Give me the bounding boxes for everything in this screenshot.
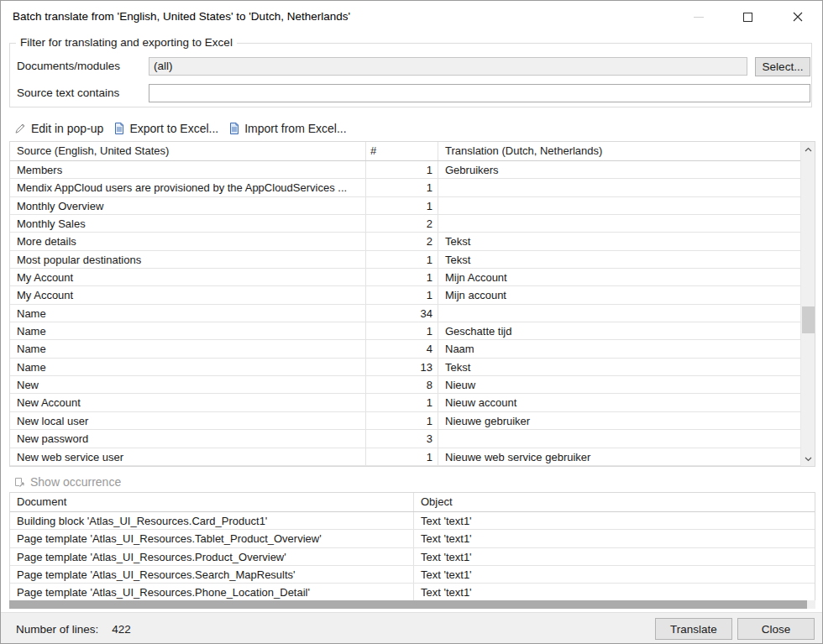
translation-row[interactable]: My Account 1 Mijn Account (10, 269, 800, 286)
source-cell: More details (10, 233, 365, 249)
document-cell: Page template 'Atlas_UI_Resources.Produc… (10, 548, 413, 565)
source-text-input[interactable] (149, 84, 810, 102)
scroll-up-button[interactable] (801, 142, 815, 156)
occurrence-row[interactable]: Page template 'Atlas_UI_Resources.Produc… (10, 548, 815, 566)
translation-row[interactable]: New local user 1 Nieuwe gebruiker (10, 412, 800, 430)
source-cell: New (10, 376, 365, 393)
excel-document-icon (114, 123, 124, 134)
source-cell: Most popular destinations (10, 251, 365, 268)
scroll-down-button[interactable] (801, 452, 815, 466)
show-occurrence-button[interactable]: Show occurrence (14, 475, 121, 489)
translation-cell: Nieuwe gebruiker (438, 412, 800, 429)
translation-row[interactable]: Most popular destinations 1 Tekst (10, 251, 800, 269)
export-to-excel-label: Export to Excel... (129, 122, 218, 135)
occurrence-table-body: Building block 'Atlas_UI_Resources.Card_… (10, 512, 815, 601)
source-cell: Name (10, 322, 365, 339)
occurrence-row[interactable]: Building block 'Atlas_UI_Resources.Card_… (10, 512, 815, 530)
translation-row[interactable]: Name 1 Geschatte tijd (10, 322, 800, 340)
source-cell: New Account (10, 394, 365, 411)
export-to-excel-button[interactable]: Export to Excel... (114, 122, 218, 135)
window-title: Batch translate from 'English, United St… (13, 1, 350, 33)
translation-row[interactable]: New 8 Nieuw (10, 376, 800, 394)
object-cell: Text 'text1' (413, 530, 815, 547)
document-cell: Page template 'Atlas_UI_Resources.Phone_… (10, 584, 413, 600)
translation-row[interactable]: My Account 1 Mijn account (10, 286, 800, 304)
count-cell: 1 (365, 197, 438, 214)
count-cell: 1 (365, 179, 438, 196)
translation-cell (438, 179, 800, 196)
filter-group: Filter for translating and exporting to … (9, 43, 812, 107)
translation-cell (438, 305, 800, 322)
number-of-lines-value: 422 (112, 623, 131, 636)
source-cell: New password (10, 430, 365, 447)
chevron-down-icon (805, 457, 812, 462)
translation-row[interactable]: More details 2 Tekst (10, 233, 800, 250)
translation-row[interactable]: New password 3 (10, 430, 800, 448)
source-cell: My Account (10, 286, 365, 303)
translation-cell: Tekst (438, 233, 800, 249)
translation-cell (438, 197, 800, 214)
select-button[interactable]: Select... (755, 57, 810, 76)
occurrence-row[interactable]: Page template 'Atlas_UI_Resources.Phone_… (10, 584, 815, 601)
count-cell: 1 (365, 322, 438, 339)
translation-cell: Tekst (438, 251, 800, 268)
column-header-object: Object (413, 493, 815, 511)
filter-group-legend: Filter for translating and exporting to … (16, 36, 237, 49)
count-cell: 1 (365, 269, 438, 285)
count-cell: 4 (365, 340, 438, 357)
count-cell: 1 (365, 251, 438, 268)
count-cell: 34 (365, 305, 438, 322)
titlebar: Batch translate from 'English, United St… (1, 1, 822, 33)
translation-cell (438, 215, 800, 232)
object-cell: Text 'text1' (413, 566, 815, 583)
source-cell: New web service user (10, 448, 365, 465)
column-header-count: # (365, 142, 438, 160)
count-cell: 1 (365, 394, 438, 411)
translation-cell (438, 430, 800, 447)
import-from-excel-button[interactable]: Import from Excel... (229, 122, 346, 135)
scrollbar-thumb[interactable] (802, 306, 815, 333)
count-cell: 1 (365, 448, 438, 465)
translation-row[interactable]: Members 1 Gebruikers (10, 161, 800, 179)
source-cell: New local user (10, 412, 365, 429)
object-cell: Text 'text1' (413, 584, 815, 600)
minimize-icon (694, 17, 704, 18)
maximize-button[interactable] (723, 1, 773, 33)
translation-row[interactable]: Name 13 Tekst (10, 359, 800, 376)
translation-row[interactable]: New web service user 1 Nieuwe web servic… (10, 448, 800, 466)
translation-row[interactable]: Name 34 (10, 305, 800, 322)
occurrence-toolbar: Show occurrence (14, 473, 121, 491)
edit-in-popup-button[interactable]: Edit in pop-up (14, 122, 103, 135)
close-button[interactable] (773, 1, 822, 33)
close-dialog-button[interactable]: Close (737, 618, 815, 640)
number-of-lines-label: Number of lines: (16, 623, 98, 636)
horizontal-scrollbar[interactable] (9, 600, 815, 609)
translation-cell: Naam (438, 340, 800, 357)
translation-cell: Nieuw (438, 376, 800, 393)
source-cell: Name (10, 359, 365, 375)
vertical-scrollbar[interactable] (800, 142, 815, 466)
maximize-icon (743, 13, 752, 22)
minimize-button[interactable] (674, 1, 723, 33)
documents-modules-field[interactable]: (all) (149, 57, 747, 76)
source-cell: Mendix AppCloud users are provisioned by… (10, 179, 365, 196)
translation-cell: Nieuwe web service gebruiker (438, 448, 800, 465)
source-cell: Monthly Overview (10, 197, 365, 214)
translation-row[interactable]: Monthly Overview 1 (10, 197, 800, 215)
pencil-icon (14, 123, 26, 134)
translation-row[interactable]: Mendix AppCloud users are provisioned by… (10, 179, 800, 196)
count-cell: 1 (365, 161, 438, 178)
translation-row[interactable]: Monthly Sales 2 (10, 215, 800, 233)
horizontal-scrollbar-thumb[interactable] (9, 600, 807, 609)
translate-button[interactable]: Translate (655, 618, 732, 640)
count-cell: 8 (365, 376, 438, 393)
excel-document-icon (229, 123, 239, 134)
translation-row[interactable]: New Account 1 Nieuw account (10, 394, 800, 411)
translation-cell: Gebruikers (438, 161, 800, 178)
translation-row[interactable]: Name 4 Naam (10, 340, 800, 358)
count-cell: 1 (365, 412, 438, 429)
occurrence-row[interactable]: Page template 'Atlas_UI_Resources.Tablet… (10, 530, 815, 547)
object-cell: Text 'text1' (413, 512, 815, 529)
occurrence-row[interactable]: Page template 'Atlas_UI_Resources.Search… (10, 566, 815, 584)
occurrence-table: Document Object Building block 'Atlas_UI… (9, 492, 815, 601)
